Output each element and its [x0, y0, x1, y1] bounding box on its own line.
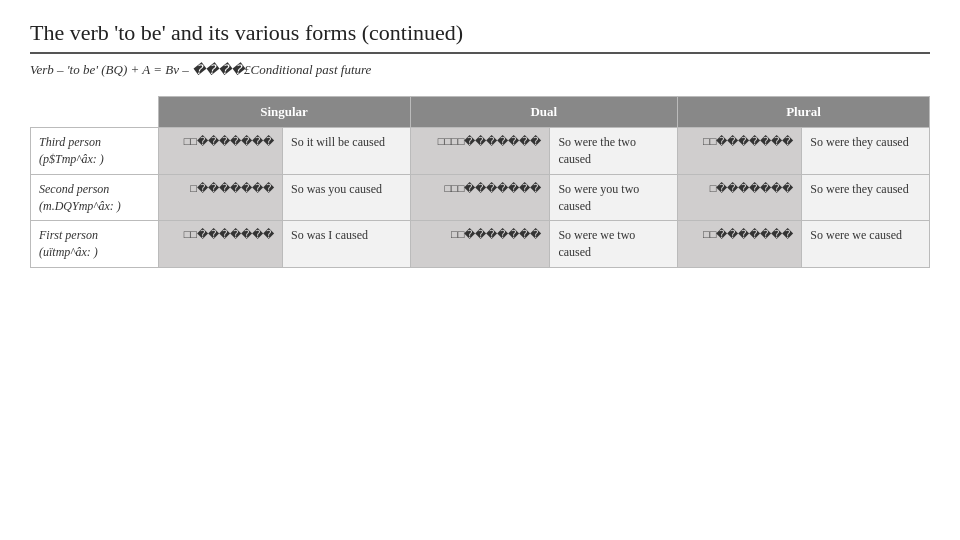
- table-cell-2-5: �������□□: [677, 221, 801, 268]
- table-cell-2-6: So were we caused: [802, 221, 930, 268]
- table-cell-0-0: Third person (p$Tmp^âx: ): [31, 128, 159, 175]
- table-cell-0-5: �������□□: [677, 128, 801, 175]
- page-title: The verb 'to be' and its various forms (…: [30, 20, 930, 46]
- table-cell-0-1: �������□□: [158, 128, 282, 175]
- table-cell-1-4: So were you two caused: [550, 174, 678, 221]
- table-cell-0-2: So it will be caused: [282, 128, 410, 175]
- verb-table: Singular Dual Plural Third person (p$Tmp…: [30, 96, 930, 268]
- table-cell-2-4: So were we two caused: [550, 221, 678, 268]
- subtitle: Verb – 'to be' (BQ) + A = Bv – ����£Cond…: [30, 62, 930, 78]
- table-cell-0-4: So were the two caused: [550, 128, 678, 175]
- col-header-dual: Dual: [410, 97, 677, 128]
- table-cell-0-3: �������□□□□: [410, 128, 550, 175]
- table-row: Third person (p$Tmp^âx: )�������□□So it …: [31, 128, 930, 175]
- table-cell-2-3: �������□□: [410, 221, 550, 268]
- table-cell-1-2: So was you caused: [282, 174, 410, 221]
- col-header-singular: Singular: [158, 97, 410, 128]
- table-cell-0-6: So were they caused: [802, 128, 930, 175]
- table-cell-1-1: �������□: [158, 174, 282, 221]
- table-cell-2-0: First person (uïtmp^âx: ): [31, 221, 159, 268]
- table-cell-2-2: So was I caused: [282, 221, 410, 268]
- table-cell-2-1: �������□□: [158, 221, 282, 268]
- col-header-plural: Plural: [677, 97, 929, 128]
- table-row: First person (uïtmp^âx: )�������□□So was…: [31, 221, 930, 268]
- table-cell-1-3: �������□□□: [410, 174, 550, 221]
- table-cell-1-5: �������□: [677, 174, 801, 221]
- col-header-empty: [31, 97, 159, 128]
- table-cell-1-6: So were they caused: [802, 174, 930, 221]
- table-cell-1-0: Second person (m.DQYmp^âx: ): [31, 174, 159, 221]
- table-row: Second person (m.DQYmp^âx: )�������□So w…: [31, 174, 930, 221]
